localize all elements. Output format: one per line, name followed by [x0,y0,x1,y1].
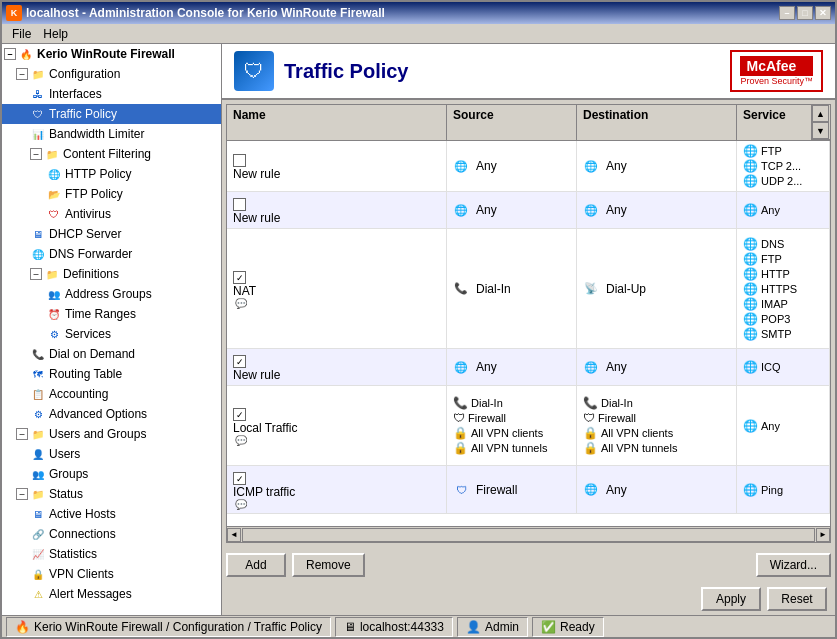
status-ready: ✅ Ready [532,617,604,637]
cell-svc-1: 🌐 FTP 🌐 TCP 2... 🌐 UDP 2... [737,141,830,191]
dhcp-label: DHCP Server [49,227,121,241]
ftp-label: FTP Policy [65,187,123,201]
table-row[interactable]: ✓ NAT 💬 📞 Dial-In 📡 [227,229,830,349]
config-expander[interactable]: – [16,68,28,80]
status-user-icon: 👤 [466,620,481,634]
stat-icon: 📈 [30,546,46,562]
cf-expander[interactable]: – [30,148,42,160]
sidebar-root[interactable]: – 🔥 Kerio WinRoute Firewall [2,44,221,64]
sidebar-item-services[interactable]: ⚙ Services [2,324,221,344]
apply-button[interactable]: Apply [701,587,761,611]
wizard-button[interactable]: Wizard... [756,553,831,577]
content-panel: 🛡 Traffic Policy McAfee Proven Security™… [222,44,835,615]
sidebar-item-status[interactable]: – 📁 Status [2,484,221,504]
table-row[interactable]: New rule 🌐 Any 🌐 Any [227,192,830,229]
svc-item: 🌐 FTP [743,252,823,266]
comment-icon-6: 💬 [235,499,247,510]
checkbox-5[interactable]: ✓ [233,408,246,421]
checkbox-3[interactable]: ✓ [233,271,246,284]
cell-name-1: New rule [227,141,447,191]
sidebar-item-vpn-clients[interactable]: 🔒 VPN Clients [2,564,221,584]
main-content: – 🔥 Kerio WinRoute Firewall – 📁 Configur… [2,44,835,615]
cell-dest-2: 🌐 Any [577,192,737,228]
minimize-button[interactable]: – [779,6,795,20]
maximize-button[interactable]: □ [797,6,813,20]
sidebar-config[interactable]: – 📁 Configuration [2,64,221,84]
cell-svc-3: 🌐 DNS 🌐 FTP 🌐 HTTP 🌐 HTTPS 🌐 IMAP 🌐 POP3… [737,229,830,348]
src-icon-2: 🌐 [453,202,469,218]
dst-label-6: Any [606,483,627,497]
status-expander[interactable]: – [16,488,28,500]
svc-item: 🌐 SMTP [743,327,823,341]
cell-source-4: 🌐 Any [447,349,577,385]
horiz-scroll-right[interactable]: ► [816,528,830,542]
checkbox-1[interactable] [233,154,246,167]
col-name: Name [227,105,447,140]
mcafee-logo: McAfee Proven Security™ [730,50,823,92]
table-row[interactable]: New rule 🌐 Any 🌐 Any [227,141,830,192]
sidebar-item-accounting[interactable]: 📋 Accounting [2,384,221,404]
traffic-policy-icon: 🛡 [30,106,46,122]
cell-dest-1: 🌐 Any [577,141,737,191]
svc-item: 🌐 FTP [743,144,823,158]
close-button[interactable]: ✕ [815,6,831,20]
root-expander[interactable]: – [4,48,16,60]
root-icon: 🔥 [18,46,34,62]
acc-icon: 📋 [30,386,46,402]
cell-dest-3: 📡 Dial-Up [577,229,737,348]
mcafee-sub: Proven Security™ [740,76,813,86]
sidebar-item-definitions[interactable]: – 📁 Definitions [2,264,221,284]
comment-icon-5: 💬 [235,435,247,446]
sidebar-item-users[interactable]: 👤 Users [2,444,221,464]
sidebar-item-http-policy[interactable]: 🌐 HTTP Policy [2,164,221,184]
sidebar-item-bandwidth-limiter[interactable]: 📊 Bandwidth Limiter [2,124,221,144]
checkbox-2[interactable] [233,198,246,211]
sidebar-item-groups[interactable]: 👥 Groups [2,464,221,484]
sidebar-item-dial-on-demand[interactable]: 📞 Dial on Demand [2,344,221,364]
sidebar-item-traffic-policy[interactable]: 🛡 Traffic Policy [2,104,221,124]
horiz-scroll-track[interactable] [242,528,815,542]
sidebar-item-statistics[interactable]: 📈 Statistics [2,544,221,564]
menu-file[interactable]: File [6,25,37,43]
table-scroll-down[interactable]: ▼ [812,122,829,139]
adv-icon: ⚙ [30,406,46,422]
status-server-text: localhost:44333 [360,620,444,634]
table-row[interactable]: ✓ Local Traffic 💬 📞 Dial-In 🛡 Firewall 🔒… [227,386,830,466]
def-expander[interactable]: – [30,268,42,280]
sidebar-item-advanced-options[interactable]: ⚙ Advanced Options [2,404,221,424]
table-row[interactable]: ✓ New rule 🌐 Any 🌐 Any [227,349,830,386]
status-label: Status [49,487,83,501]
menu-help[interactable]: Help [37,25,74,43]
sidebar-item-alert-messages[interactable]: ⚠ Alert Messages [2,584,221,604]
svc-icon: ⚙ [46,326,62,342]
panel-header-icon: 🛡 [234,51,274,91]
add-button[interactable]: Add [226,553,286,577]
sidebar-item-routing-table[interactable]: 🗺 Routing Table [2,364,221,384]
sidebar-item-dns[interactable]: 🌐 DNS Forwarder [2,244,221,264]
sidebar-item-time-ranges[interactable]: ⏰ Time Ranges [2,304,221,324]
reset-button[interactable]: Reset [767,587,827,611]
svc-item: 🌐 IMAP [743,297,823,311]
remove-button[interactable]: Remove [292,553,365,577]
sidebar-item-ftp-policy[interactable]: 📂 FTP Policy [2,184,221,204]
alert-label: Alert Messages [49,587,132,601]
horiz-scroll-left[interactable]: ◄ [227,528,241,542]
sidebar-item-antivirus[interactable]: 🛡 Antivirus [2,204,221,224]
sidebar-item-users-groups[interactable]: – 📁 Users and Groups [2,424,221,444]
cell-svc-5: 🌐 Any [737,386,830,465]
sidebar-item-active-hosts[interactable]: 🖥 Active Hosts [2,504,221,524]
sidebar-item-address-groups[interactable]: 👥 Address Groups [2,284,221,304]
ug-expander[interactable]: – [16,428,28,440]
status-app: 🔥 Kerio WinRoute Firewall / Configuratio… [6,617,331,637]
sidebar-item-interfaces[interactable]: 🖧 Interfaces [2,84,221,104]
sidebar-item-dhcp[interactable]: 🖥 DHCP Server [2,224,221,244]
table-scroll-up[interactable]: ▲ [812,105,829,122]
svc-item: 🌐 Any [743,203,823,217]
sidebar-item-content-filtering[interactable]: – 📁 Content Filtering [2,144,221,164]
checkbox-6[interactable]: ✓ [233,472,246,485]
checkbox-4[interactable]: ✓ [233,355,246,368]
sidebar-item-connections[interactable]: 🔗 Connections [2,524,221,544]
ftp-icon: 📂 [46,186,62,202]
table-row[interactable]: ✓ ICMP traffic 💬 🛡 Firewall [227,466,830,514]
apply-row: Apply Reset [222,583,835,615]
